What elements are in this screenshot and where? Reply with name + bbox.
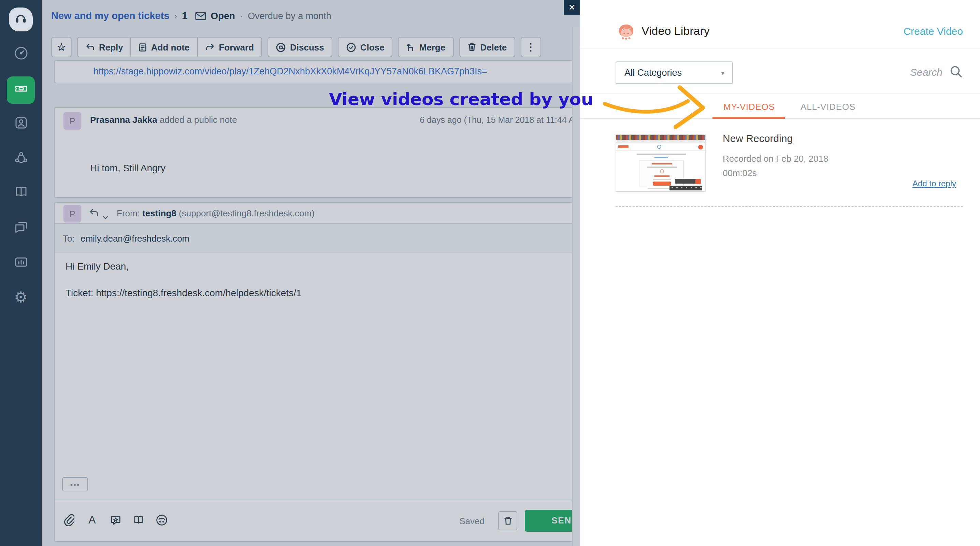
to-row: To: emily.dean@freshdesk.com Cc [55, 224, 580, 253]
discuss-button[interactable]: Discuss [267, 37, 332, 57]
search-input[interactable]: Search [910, 66, 942, 78]
sidebar-item-contacts[interactable] [7, 111, 35, 138]
merge-button[interactable]: Merge [398, 37, 454, 57]
chevron-down-icon[interactable] [102, 210, 108, 223]
contacts-icon [13, 115, 29, 134]
tab-all-videos[interactable]: ALL-VIDEOS [800, 102, 856, 112]
avatar: P [64, 112, 81, 130]
separator-dot: · [240, 10, 243, 21]
trash-icon [503, 516, 512, 525]
reply-type-icon[interactable] [89, 207, 99, 220]
add-to-reply-link[interactable]: Add to reply [912, 179, 956, 188]
sidebar-item-reports[interactable] [7, 250, 35, 277]
font-icon: A [88, 514, 95, 526]
annotation-text: View videos created by you [329, 89, 593, 109]
search-icon[interactable] [949, 65, 963, 81]
message-card-partial: https://stage.hippowiz.com/video/play/1Z… [54, 60, 580, 83]
close-icon: ✕ [568, 3, 575, 12]
reports-icon [13, 254, 29, 273]
format-text-button[interactable]: A [85, 513, 99, 527]
close-button[interactable]: Close [338, 37, 393, 57]
dashboard-icon [13, 45, 29, 64]
more-vertical-icon: ⋮ [525, 41, 536, 53]
note-timestamp: 6 days ago (Thu, 15 Mar 2018 at 11:44 AM… [420, 115, 580, 125]
chat-bubbles-icon [13, 219, 29, 238]
sidebar-item-solutions[interactable] [7, 180, 35, 207]
sidebar-item-community[interactable] [7, 145, 35, 173]
close-panel-button[interactable]: ✕ [564, 0, 580, 15]
autosave-status: Saved [454, 516, 485, 526]
hippowiz-logo-icon [616, 22, 636, 43]
divider [580, 48, 980, 48]
video-duration: 00m:02s [723, 168, 757, 178]
category-dropdown[interactable]: All Categories ▼ [616, 61, 733, 84]
panel-title: Video Library [641, 25, 710, 38]
freshdesk-logo[interactable] [9, 8, 33, 32]
ticket-toolbar: ☆ Reply Add note Forward Discuss [51, 37, 541, 57]
forward-icon [205, 43, 215, 51]
thumb-address-bar [616, 140, 705, 143]
freshdesk-app: ⚙ New and my open tickets › 1 Open · Ove… [0, 0, 980, 546]
to-label: To: [63, 233, 75, 244]
sidebar-item-admin[interactable]: ⚙ [7, 284, 35, 311]
note-author-line: Prasanna Jakka added a public note [90, 115, 237, 125]
community-icon [13, 150, 29, 169]
ticket-id: 1 [182, 10, 187, 21]
attach-button[interactable] [62, 513, 76, 527]
thumb-toolbar [616, 143, 705, 151]
discuss-icon [276, 42, 286, 52]
composer-toolbar: A Saved SEND [55, 500, 580, 542]
reply-card: P From: testing8 (support@testing8.fresh… [54, 202, 580, 542]
book-icon [13, 184, 29, 203]
create-video-link[interactable]: Create Video [903, 25, 963, 37]
sidebar-item-tickets[interactable] [7, 76, 35, 104]
note-card: P Prasanna Jakka added a public note 6 d… [54, 107, 580, 198]
trash-icon [467, 42, 476, 52]
sidebar: ⚙ [0, 0, 41, 546]
merge-icon [406, 42, 415, 52]
star-icon: ☆ [57, 41, 66, 53]
delete-button[interactable]: Delete [459, 37, 515, 57]
canned-response-button[interactable] [108, 513, 122, 527]
ticket-detail-area: New and my open tickets › 1 Open · Overd… [41, 0, 580, 546]
annotation-arrow-icon [599, 82, 729, 140]
ellipsis-icon: ••• [70, 480, 80, 488]
video-play-link[interactable]: https://stage.hippowiz.com/video/play/1Z… [94, 66, 487, 76]
dropdown-caret-icon: ▼ [720, 70, 725, 76]
envelope-icon [195, 11, 206, 20]
breadcrumb-filter-link[interactable]: New and my open tickets [51, 10, 170, 21]
hippo-icon [156, 514, 168, 526]
thumb-page-body [616, 151, 705, 192]
add-note-button[interactable]: Add note [131, 37, 198, 57]
dashed-divider [616, 206, 963, 207]
tab-my-videos[interactable]: MY-VIDEOS [724, 102, 775, 112]
canned-response-icon [110, 514, 121, 526]
paperclip-icon [64, 514, 75, 526]
gear-icon: ⚙ [14, 290, 27, 305]
reply-greeting[interactable]: Hi Emily Dean, [65, 261, 129, 272]
reply-button[interactable]: Reply [77, 37, 131, 57]
note-icon [139, 43, 147, 51]
headset-icon [14, 11, 28, 28]
more-options-button[interactable]: ⋮ [520, 37, 541, 57]
chevron-right-icon: › [174, 11, 177, 21]
video-title: New Recording [723, 132, 793, 144]
forward-button[interactable]: Forward [197, 37, 262, 57]
avatar: P [64, 205, 81, 223]
sidebar-item-forums[interactable] [7, 215, 35, 242]
sidebar-item-dashboard[interactable] [7, 41, 35, 68]
open-book-icon [132, 514, 145, 525]
due-status: Overdue by a month [248, 11, 331, 21]
video-thumbnail[interactable] [616, 134, 706, 192]
to-recipient[interactable]: emily.dean@freshdesk.com [81, 233, 189, 244]
from-line: From: testing8 (support@testing8.freshde… [117, 208, 315, 218]
show-quoted-text-button[interactable]: ••• [62, 477, 88, 492]
star-button[interactable]: ☆ [51, 37, 72, 57]
breadcrumb: New and my open tickets › 1 Open · Overd… [51, 0, 331, 32]
reply-ticket-line[interactable]: Ticket: https://testing8.freshdesk.com/h… [65, 287, 302, 298]
category-dropdown-value: All Categories [624, 68, 682, 78]
insert-solution-button[interactable] [132, 513, 145, 527]
discard-draft-button[interactable] [498, 511, 517, 530]
hippowiz-video-button[interactable] [155, 513, 169, 527]
video-recorded-date: Recorded on Feb 20, 2018 [723, 154, 828, 164]
